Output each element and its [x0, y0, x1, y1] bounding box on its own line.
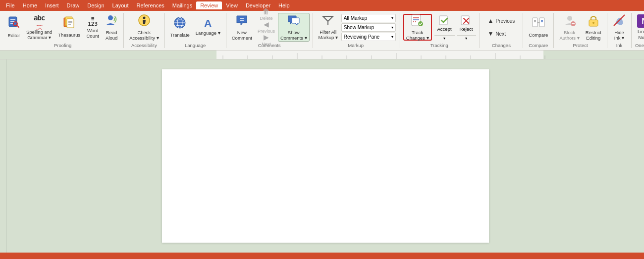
document-area[interactable]: [7, 59, 644, 253]
ribbon-group-compare: Compare Compare: [523, 13, 554, 48]
svg-rect-28: [533, 18, 537, 27]
menu-help[interactable]: Help: [274, 1, 294, 9]
markup-dropdowns: All Markup ▾ Show Markup ▾ Reviewing Pan…: [341, 13, 396, 42]
menu-layout[interactable]: Layout: [108, 1, 133, 9]
comment-nav-group: 🗑 Delete ◀ Previous ▶ Next: [256, 13, 277, 42]
previous-change-icon: ▲: [488, 17, 494, 24]
tracking-group-label: Tracking: [402, 43, 477, 48]
prev-next-group: ▲ Previous ▼ Next: [483, 13, 520, 42]
menu-references[interactable]: References: [133, 1, 168, 9]
menu-insert[interactable]: Insert: [41, 1, 63, 9]
menu-draw[interactable]: Draw: [63, 1, 84, 9]
reviewing-pane-dropdown[interactable]: Reviewing Pane ▾: [341, 33, 396, 41]
svg-point-13: [143, 16, 145, 19]
spelling-grammar-button[interactable]: abc~~~ Spelling andGrammar ▾: [24, 13, 54, 42]
reviewing-pane-label: Reviewing Pane: [344, 34, 379, 40]
compare-icon: [532, 16, 545, 31]
all-markup-dropdown[interactable]: All Markup ▾: [341, 14, 396, 22]
linked-notes-button[interactable]: N LinkedNotes: [635, 13, 644, 42]
thesaurus-button[interactable]: Thesaurus: [55, 13, 83, 42]
document-page: [162, 69, 489, 243]
ribbon-group-onenote: N LinkedNotes OneNote: [632, 13, 644, 48]
read-aloud-icon: [106, 14, 117, 29]
thesaurus-label: Thesaurus: [58, 32, 80, 38]
language-label: Language ▾: [196, 30, 220, 36]
track-changes-icon: [411, 14, 424, 29]
reviewing-pane-arrow: ▾: [391, 35, 393, 39]
word-count-icon: ≡123: [88, 16, 98, 27]
accept-button[interactable]: Accept ▾: [434, 13, 455, 42]
delete-icon: 🗑: [263, 7, 269, 16]
ribbon-group-proofing: Editor abc~~~ Spelling andGrammar ▾: [2, 13, 124, 48]
track-changes-button[interactable]: TrackChanges ▾: [403, 14, 432, 41]
compare-button[interactable]: Compare: [526, 13, 550, 42]
spelling-label: Spelling andGrammar ▾: [26, 29, 52, 41]
check-accessibility-button[interactable]: CheckAccessibility ▾: [127, 13, 161, 42]
block-authors-label: BlockAuthors ▾: [559, 30, 579, 41]
filter-markup-icon: [322, 14, 334, 28]
translate-button[interactable]: Translate: [168, 13, 192, 42]
editor-button[interactable]: Editor: [5, 13, 23, 42]
hide-ink-button[interactable]: HideInk ▾: [610, 13, 628, 42]
show-comments-button[interactable]: ShowComments ▾: [278, 13, 310, 42]
previous-comment-icon: ◀: [264, 20, 269, 29]
compare-label: Compare: [529, 32, 548, 38]
previous-change-button[interactable]: ▲ Previous: [485, 15, 518, 27]
onenote-icon: N: [637, 14, 644, 28]
menu-mailings[interactable]: Mailings: [168, 1, 196, 9]
word-count-button[interactable]: ≡123 WordCount: [84, 13, 102, 42]
menu-review[interactable]: Review: [196, 1, 222, 9]
language-group-label: Language: [168, 43, 223, 48]
block-authors-icon: [563, 14, 576, 29]
new-comment-label: NewComment: [232, 30, 252, 41]
all-markup-arrow: ▾: [391, 16, 393, 20]
language-button[interactable]: A Language ▾: [193, 13, 223, 42]
next-comment-icon: ▶: [264, 33, 269, 42]
next-change-icon: ▼: [488, 30, 494, 37]
previous-comment-button[interactable]: ◀ Previous: [256, 21, 277, 34]
show-markup-label: Show Markup: [344, 25, 374, 30]
ribbon-group-language: Translate A Language ▾ Language: [165, 13, 226, 48]
comments-group-label: Comments: [229, 43, 310, 48]
reject-button[interactable]: Reject ▾: [456, 13, 477, 42]
delete-comment-button[interactable]: 🗑 Delete: [256, 8, 277, 21]
translate-icon: [173, 16, 186, 31]
menu-home[interactable]: Home: [19, 1, 41, 9]
reject-label: Reject: [460, 26, 473, 32]
accessibility-group-label: Accessibility: [127, 43, 161, 48]
show-comments-label: ShowComments ▾: [280, 30, 307, 41]
spelling-icon: abc~~~: [34, 14, 45, 28]
reject-arrow[interactable]: ▾: [457, 35, 476, 41]
check-accessibility-icon: [138, 14, 151, 29]
changes-group-label: Changes: [483, 43, 520, 48]
ribbon-group-comments: NewComment 🗑 Delete ◀ Previous: [226, 13, 313, 48]
svg-rect-7: [67, 19, 74, 28]
menu-bar: File Home Insert Draw Design Layout Refe…: [0, 0, 644, 11]
ribbon-group-protect: BlockAuthors ▾ RestrictEditing: [554, 13, 607, 48]
filter-markup-button[interactable]: Filter AllMarkup ▾: [316, 13, 340, 42]
new-comment-button[interactable]: NewComment: [229, 13, 255, 42]
ribbon-group-accessibility: CheckAccessibility ▾ Accessibility: [124, 13, 164, 48]
next-change-button[interactable]: ▼ Next: [485, 28, 518, 40]
all-markup-label: All Markup: [344, 15, 367, 21]
block-authors-button[interactable]: BlockAuthors ▾: [557, 13, 582, 42]
read-aloud-button[interactable]: ReadAloud: [103, 13, 120, 42]
menu-file[interactable]: File: [2, 1, 19, 9]
ribbon-group-changes: ▲ Previous ▼ Next Changes: [480, 13, 524, 48]
svg-marker-19: [323, 16, 333, 21]
menu-design[interactable]: Design: [83, 1, 108, 9]
editor-icon: [8, 16, 20, 32]
show-markup-dropdown[interactable]: Show Markup ▾: [341, 23, 396, 32]
restrict-editing-button[interactable]: RestrictEditing: [583, 13, 604, 42]
content-row: [0, 59, 644, 253]
accept-reject-group: Accept ▾ Reject: [434, 13, 477, 42]
svg-rect-29: [539, 18, 544, 27]
ink-group-label: Ink: [610, 43, 628, 48]
menu-view[interactable]: View: [222, 1, 242, 9]
ruler: [0, 51, 644, 59]
ribbon-group-markup: Filter AllMarkup ▾ All Markup ▾ Show Mar…: [313, 13, 399, 48]
markup-group-label: Markup: [316, 43, 396, 48]
ribbon: Editor abc~~~ Spelling andGrammar ▾: [0, 11, 644, 51]
accept-arrow[interactable]: ▾: [434, 35, 455, 41]
thesaurus-icon: [63, 16, 75, 31]
